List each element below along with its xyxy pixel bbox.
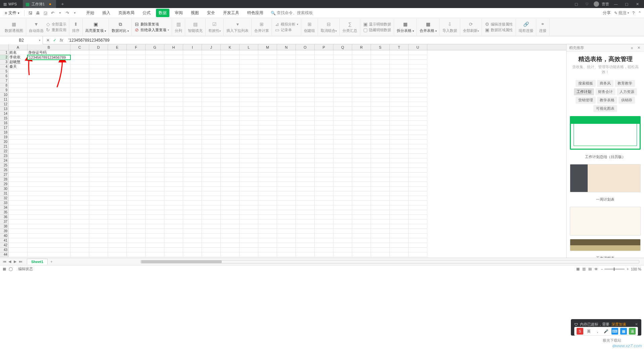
cell-M14[interactable] <box>258 111 277 116</box>
cell-P37[interactable] <box>315 219 333 224</box>
cell-C12[interactable] <box>70 102 89 107</box>
cell-I2[interactable] <box>183 55 202 60</box>
cell-S35[interactable] <box>371 210 390 215</box>
column-header-Q[interactable]: Q <box>333 44 352 50</box>
cell-A25[interactable] <box>9 163 28 168</box>
scroll-thumb[interactable] <box>141 260 222 263</box>
cell-P26[interactable] <box>315 168 333 172</box>
cell-O43[interactable] <box>296 248 315 252</box>
accept-formula-button[interactable]: ✓ <box>52 37 58 43</box>
cell-P17[interactable] <box>315 126 333 130</box>
horizontal-scrollbar[interactable] <box>57 259 641 264</box>
cell-D36[interactable] <box>89 215 108 219</box>
cell-I6[interactable] <box>183 74 202 79</box>
cell-F5[interactable] <box>127 69 146 74</box>
cell-D11[interactable] <box>89 97 108 102</box>
cell-G39[interactable] <box>146 229 164 234</box>
cell-S31[interactable] <box>371 191 390 196</box>
cell-L10[interactable] <box>239 93 258 97</box>
cell-J27[interactable] <box>202 172 221 177</box>
cell-P38[interactable] <box>315 224 333 229</box>
cell-A2[interactable]: 李依依 <box>9 55 28 60</box>
row-header-14[interactable]: 14 <box>0 111 9 116</box>
cell-N26[interactable] <box>277 168 296 172</box>
cell-C20[interactable] <box>70 140 89 144</box>
cell-K9[interactable] <box>221 88 239 93</box>
cell-E43[interactable] <box>108 248 127 252</box>
cell-L34[interactable] <box>239 205 258 210</box>
cell-G32[interactable] <box>146 196 164 201</box>
cell-N3[interactable] <box>277 60 296 64</box>
cell-B17[interactable] <box>28 126 70 130</box>
cell-M44[interactable] <box>258 252 277 257</box>
cell-F13[interactable] <box>127 107 146 111</box>
cell-A11[interactable] <box>9 97 28 102</box>
cell-D15[interactable] <box>89 116 108 121</box>
cell-C5[interactable] <box>70 69 89 74</box>
cell-C3[interactable] <box>70 60 89 64</box>
zoom-out-button[interactable]: − <box>601 267 603 271</box>
cell-C27[interactable] <box>70 172 89 177</box>
cell-D9[interactable] <box>89 88 108 93</box>
cell-F44[interactable] <box>127 252 146 257</box>
cell-R19[interactable] <box>352 135 371 140</box>
cell-O23[interactable] <box>296 154 315 158</box>
collapse-ribbon-button[interactable]: ⌃ <box>638 11 641 15</box>
row-header-19[interactable]: 19 <box>0 135 9 140</box>
cell-M36[interactable] <box>258 215 277 219</box>
cell-U34[interactable] <box>409 205 427 210</box>
cell-O8[interactable] <box>296 83 315 88</box>
cell-G27[interactable] <box>146 172 164 177</box>
cell-D10[interactable] <box>89 93 108 97</box>
cell-O12[interactable] <box>296 102 315 107</box>
cell-I28[interactable] <box>183 177 202 182</box>
cell-E5[interactable] <box>108 69 127 74</box>
cell-O42[interactable] <box>296 243 315 248</box>
cell-H13[interactable] <box>164 107 183 111</box>
cell-K43[interactable] <box>221 248 239 252</box>
cell-U43[interactable] <box>409 248 427 252</box>
cell-N27[interactable] <box>277 172 296 177</box>
cell-D18[interactable] <box>89 130 108 135</box>
cell-G26[interactable] <box>146 168 164 172</box>
cell-F19[interactable] <box>127 135 146 140</box>
cell-P30[interactable] <box>315 187 333 191</box>
column-header-R[interactable]: R <box>352 44 371 50</box>
cell-Q7[interactable] <box>333 79 352 83</box>
cell-S11[interactable] <box>371 97 390 102</box>
cell-S32[interactable] <box>371 196 390 201</box>
cell-A30[interactable] <box>9 187 28 191</box>
cell-G29[interactable] <box>146 182 164 187</box>
help-status-icon[interactable]: ◯ <box>9 267 13 271</box>
cell-U39[interactable] <box>409 229 427 234</box>
column-header-T[interactable]: T <box>390 44 409 50</box>
cell-Q15[interactable] <box>333 116 352 121</box>
cell-G38[interactable] <box>146 224 164 229</box>
cell-E11[interactable] <box>108 97 127 102</box>
cell-I23[interactable] <box>183 154 202 158</box>
cell-N20[interactable] <box>277 140 296 144</box>
cell-E31[interactable] <box>108 191 127 196</box>
cell-K19[interactable] <box>221 135 239 140</box>
cell-P20[interactable] <box>315 140 333 144</box>
category-3[interactable]: 工作计划 <box>574 88 594 95</box>
cell-H10[interactable] <box>164 93 183 97</box>
cell-T12[interactable] <box>390 102 409 107</box>
cell-P36[interactable] <box>315 215 333 219</box>
cell-S2[interactable] <box>371 55 390 60</box>
rb-text2col[interactable]: ▥分列 <box>172 19 185 36</box>
cell-A27[interactable] <box>9 172 28 177</box>
cell-I41[interactable] <box>183 238 202 243</box>
rb-ungroup[interactable]: ⊟取消组合▾ <box>318 19 340 36</box>
cell-P25[interactable] <box>315 163 333 168</box>
cell-N21[interactable] <box>277 144 296 149</box>
cell-L15[interactable] <box>239 116 258 121</box>
cell-C21[interactable] <box>70 144 89 149</box>
name-box[interactable]: B2 <box>0 36 43 44</box>
cell-D25[interactable] <box>89 163 108 168</box>
cell-P21[interactable] <box>315 144 333 149</box>
cell-D24[interactable] <box>89 158 108 163</box>
cell-R41[interactable] <box>352 238 371 243</box>
tab-devtools[interactable]: 开发工具 <box>220 9 242 17</box>
cell-N42[interactable] <box>277 243 296 248</box>
